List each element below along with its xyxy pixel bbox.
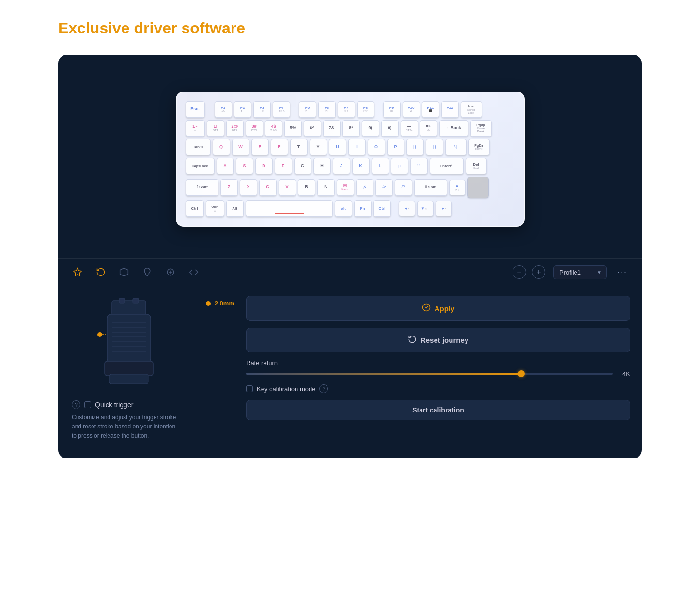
key-rctrl[interactable]: Ctrl: [373, 200, 391, 217]
key-5[interactable]: 5%: [284, 120, 302, 137]
reset-button[interactable]: Reset journey: [246, 328, 630, 352]
key-arrow-down[interactable]: ▼☀—: [417, 201, 434, 216]
key-f3[interactable]: F3 —►: [253, 101, 271, 118]
key-o[interactable]: O: [368, 139, 385, 155]
key-n[interactable]: N: [317, 179, 335, 196]
key-arrow-left[interactable]: ◄*: [399, 201, 415, 216]
key-l[interactable]: L: [372, 158, 389, 174]
key-f11[interactable]: F11 ⬛: [422, 101, 439, 118]
key-d[interactable]: D: [255, 158, 273, 174]
key-y[interactable]: Y: [310, 139, 327, 155]
key-f9[interactable]: F9 ⊞: [383, 101, 401, 118]
key-rshift[interactable]: ⇧Shift: [414, 179, 447, 196]
key-x[interactable]: X: [240, 179, 257, 196]
key-f[interactable]: F: [275, 158, 292, 174]
key-comma[interactable]: ,<: [356, 179, 373, 196]
key-0[interactable]: 0): [381, 120, 399, 137]
rate-return-slider[interactable]: [246, 373, 613, 376]
key-8[interactable]: 8*: [342, 120, 360, 137]
more-button[interactable]: ···: [614, 267, 630, 277]
key-gray[interactable]: [467, 177, 489, 198]
key-a[interactable]: A: [217, 158, 234, 174]
key-f7[interactable]: F7 ◄◄: [338, 101, 355, 118]
key-b[interactable]: B: [298, 179, 315, 196]
help-icon-calibration[interactable]: ?: [319, 384, 328, 393]
key-k[interactable]: K: [352, 158, 370, 174]
key-h[interactable]: H: [313, 158, 331, 174]
key-arrow-right[interactable]: ►*: [436, 201, 452, 216]
key-t[interactable]: T: [290, 139, 308, 155]
key-capslock[interactable]: CapsLock: [186, 158, 215, 174]
key-1[interactable]: 1! BT1: [207, 120, 224, 137]
key-esc[interactable]: Esc.: [186, 101, 205, 118]
hexagon-icon[interactable]: [116, 264, 132, 280]
start-calibration-button[interactable]: Start calibration: [246, 400, 630, 420]
key-q[interactable]: Q: [213, 139, 230, 155]
loop-icon[interactable]: [93, 264, 109, 280]
key-j[interactable]: J: [333, 158, 350, 174]
key-f4[interactable]: F4 ◄►X: [273, 101, 290, 118]
key-p[interactable]: P: [387, 139, 404, 155]
key-z[interactable]: Z: [220, 179, 238, 196]
key-f12[interactable]: F12 ···: [441, 101, 459, 118]
key-quote[interactable]: '": [410, 158, 428, 174]
key-backspace[interactable]: ←Back: [439, 120, 468, 137]
apply-button[interactable]: Apply: [246, 296, 630, 321]
key-r[interactable]: R: [271, 139, 288, 155]
key-lshift[interactable]: ⇧Shift: [186, 179, 218, 196]
key-ins[interactable]: Ins Scroll Lock: [461, 101, 482, 118]
key-i[interactable]: I: [348, 139, 366, 155]
key-win[interactable]: Win ⊞: [206, 200, 224, 217]
key-space[interactable]: [246, 200, 333, 217]
key-2[interactable]: 2@ BT2: [226, 120, 244, 137]
help-icon-qt[interactable]: ?: [72, 400, 80, 409]
key-period[interactable]: .>: [375, 179, 393, 196]
key-s[interactable]: S: [236, 158, 253, 174]
key-pgup[interactable]: PgUp Pause Break: [470, 120, 492, 137]
key-backslash[interactable]: \|: [445, 139, 467, 155]
key-w[interactable]: W: [232, 139, 249, 155]
key-f1[interactable]: F1 «K: [215, 101, 232, 118]
key-f10[interactable]: F10 Ø: [403, 101, 420, 118]
key-up[interactable]: ▲ ☀+: [449, 180, 466, 195]
key-minus[interactable]: — BT2s: [401, 120, 418, 137]
calibration-checkbox[interactable]: [246, 385, 253, 392]
key-7[interactable]: 7&: [323, 120, 341, 137]
key-g[interactable]: G: [294, 158, 311, 174]
key-4[interactable]: 4$ 2.4G: [265, 120, 282, 137]
star-icon[interactable]: [70, 264, 85, 280]
key-pgdn[interactable]: PgDn Home: [468, 139, 490, 155]
key-fn[interactable]: Fn: [354, 200, 372, 217]
key-v[interactable]: V: [279, 179, 296, 196]
key-f8[interactable]: F8 >>>: [357, 101, 374, 118]
lightbulb-icon[interactable]: [140, 264, 155, 280]
key-del[interactable]: Del End: [466, 158, 487, 174]
key-c[interactable]: C: [259, 179, 277, 196]
key-equals[interactable]: =+ ⊙: [420, 120, 437, 137]
key-6[interactable]: 6^: [304, 120, 321, 137]
key-lbracket[interactable]: [{: [406, 139, 424, 155]
zoom-minus-button[interactable]: −: [513, 265, 526, 279]
key-f2[interactable]: F2 ◄—: [234, 101, 251, 118]
key-semicolon[interactable]: ;:: [391, 158, 408, 174]
key-enter[interactable]: Enter↵: [430, 158, 464, 174]
profile-select[interactable]: Profile1 Profile2 Profile3: [553, 265, 607, 279]
key-lalt[interactable]: Alt: [226, 200, 244, 217]
macro-icon[interactable]: [163, 264, 178, 280]
zoom-plus-button[interactable]: +: [532, 265, 545, 279]
key-slash[interactable]: /?: [395, 179, 412, 196]
key-tab[interactable]: Tab⇥: [186, 139, 211, 155]
key-m[interactable]: M Macro: [337, 179, 354, 196]
key-u[interactable]: U: [329, 139, 346, 155]
key-lctrl[interactable]: Ctrl: [186, 200, 204, 217]
code-icon[interactable]: [186, 264, 202, 280]
quick-trigger-checkbox[interactable]: [84, 401, 91, 408]
key-9[interactable]: 9(: [362, 120, 379, 137]
key-ralt[interactable]: Alt: [335, 200, 352, 217]
key-rbracket[interactable]: ]}: [426, 139, 443, 155]
key-tilde[interactable]: 1~ ~: [186, 120, 205, 137]
key-f5[interactable]: F5 ☀—: [299, 101, 316, 118]
key-f6[interactable]: F6 ☀+: [318, 101, 336, 118]
key-3[interactable]: 3# BT3: [246, 120, 263, 137]
key-e[interactable]: E: [251, 139, 269, 155]
